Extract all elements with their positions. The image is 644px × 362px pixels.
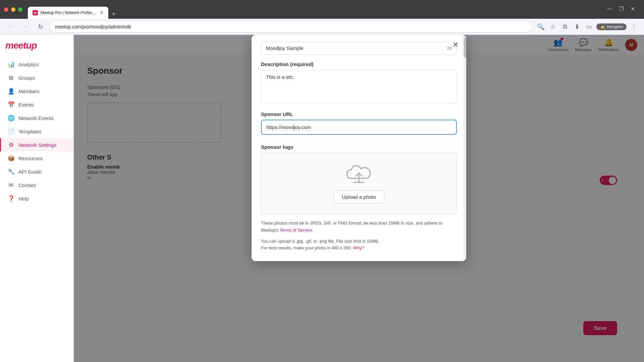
sponsor-name-field-row: 26 (261, 42, 457, 55)
window-restore-icon[interactable]: ❐ (616, 4, 626, 13)
incognito-badge: 🕵 Incognito (596, 23, 627, 30)
window-minimize-icon[interactable]: — (605, 4, 614, 13)
sponsor-url-label: Sponsor URL (261, 111, 457, 117)
sidebar-label-groups: Groups (18, 75, 35, 81)
events-icon: 📅 (8, 101, 14, 108)
file-info-text: You can upload a .jpg, .gif, or .png fil… (261, 238, 457, 252)
back-button[interactable]: ← (5, 21, 16, 32)
address-bar-icons: 🔍 ☆ ⧉ ⬇ ▭ 🕵 Incognito ⋮ (536, 22, 639, 32)
members-icon: 👤 (8, 88, 14, 95)
modal-overlay: ✕ 26 Description (required) This is a et… (74, 35, 644, 362)
network-events-icon: 🌐 (8, 115, 14, 121)
sidebar-item-api-guide[interactable]: 🔧 API Guide (0, 165, 73, 178)
description-textarea[interactable]: This is a etc. (261, 70, 457, 103)
sidebar-item-network-events[interactable]: 🌐 Network Events (0, 111, 73, 125)
sidebar-label-members: Members (18, 88, 40, 94)
modal-dialog: ✕ 26 Description (required) This is a et… (252, 35, 466, 261)
device-icon[interactable]: ▭ (584, 22, 594, 32)
sidebar-item-events[interactable]: 📅 Events (0, 98, 73, 111)
refresh-button[interactable]: ↻ (35, 21, 46, 32)
tab-favicon: m (33, 10, 38, 15)
upload-cloud-icon (345, 164, 372, 185)
sidebar-label-analytics: Analytics (18, 62, 39, 67)
sidebar-label-events: Events (18, 102, 34, 108)
extensions-icon[interactable]: ⧉ (560, 22, 570, 32)
upload-photo-button[interactable]: Upload a photo (333, 190, 384, 203)
active-tab[interactable]: m Meetup Pro | Network Profile S... ✕ (28, 7, 108, 19)
modal-scrollbar-thumb[interactable] (464, 38, 466, 58)
sidebar-item-templates[interactable]: 📄 Templates (0, 125, 73, 138)
download-icon[interactable]: ⬇ (572, 22, 582, 32)
sidebar-item-members[interactable]: 👤 Members (0, 84, 73, 98)
menu-icon[interactable]: ⋮ (629, 22, 639, 32)
sidebar: meetup 📊 Analytics ⊞ Groups 👤 Members 📅 … (0, 35, 74, 362)
tab-title: Meetup Pro | Network Profile S... (41, 10, 97, 15)
api-guide-icon: 🔧 (8, 168, 14, 175)
sidebar-item-contact[interactable]: ✉ Contact (0, 178, 73, 192)
main-content: 👥 Connections 💬 Messages 🔔 Notifications… (74, 35, 644, 362)
browser-controls: — ❐ ✕ (605, 4, 637, 13)
sidebar-label-templates: Templates (18, 129, 41, 134)
templates-icon: 📄 (8, 128, 14, 135)
window-close-icon[interactable]: ✕ (628, 4, 637, 13)
sidebar-label-network-settings: Network Settings (18, 142, 56, 148)
address-input[interactable] (50, 21, 532, 32)
new-tab-button[interactable]: + (109, 9, 118, 19)
sidebar-item-network-settings[interactable]: ⚙ Network Settings (0, 138, 73, 152)
window-maximize-btn[interactable] (18, 7, 22, 12)
why-link[interactable]: Why? (353, 245, 364, 250)
sidebar-item-groups[interactable]: ⊞ Groups (0, 71, 73, 84)
sponsor-name-input[interactable] (266, 45, 447, 51)
browser-tabs: m Meetup Pro | Network Profile S... ✕ + (28, 0, 118, 19)
sponsor-url-input[interactable] (261, 120, 457, 135)
tos-link[interactable]: Terms of Service (280, 228, 312, 233)
address-bar-row: ← → ↻ 🔍 ☆ ⧉ ⬇ ▭ 🕵 Incognito ⋮ (0, 19, 644, 35)
network-settings-icon: ⚙ (8, 141, 14, 148)
groups-icon: ⊞ (8, 74, 14, 81)
tab-close-btn[interactable]: ✕ (100, 10, 104, 15)
browser-chrome: m Meetup Pro | Network Profile S... ✕ + … (0, 0, 644, 19)
sidebar-item-resources[interactable]: 📦 Resources (0, 152, 73, 165)
window-minimize-btn[interactable] (11, 7, 15, 12)
sidebar-logo: meetup (0, 40, 73, 58)
sponsor-logo-upload-area: Upload a photo (261, 153, 457, 215)
description-label: Description (required) (261, 61, 457, 67)
sidebar-item-analytics[interactable]: 📊 Analytics (0, 58, 73, 71)
contact-icon: ✉ (8, 182, 14, 188)
modal-close-button[interactable]: ✕ (450, 40, 461, 50)
modal-scroll-area[interactable]: 26 Description (required) This is a etc.… (252, 35, 466, 261)
forward-button[interactable]: → (20, 21, 31, 32)
logo-text: meetup (5, 40, 37, 51)
sidebar-item-help[interactable]: ❓ Help (0, 192, 73, 205)
modal-scrollbar-track[interactable] (464, 35, 466, 261)
photo-requirements-text: These photos must be in JPEG, GIF, or PN… (261, 220, 457, 234)
search-icon[interactable]: 🔍 (536, 22, 545, 32)
resources-icon: 📦 (8, 155, 14, 162)
sidebar-label-help: Help (18, 196, 29, 201)
sidebar-label-contact: Contact (18, 182, 36, 188)
sidebar-label-network-events: Network Events (18, 115, 54, 121)
analytics-icon: 📊 (8, 61, 14, 68)
incognito-label: Incognito (607, 24, 623, 29)
bookmark-icon[interactable]: ☆ (548, 22, 557, 32)
sidebar-label-api-guide: API Guide (18, 169, 41, 175)
sponsor-logo-label: Sponsor logo (261, 144, 457, 150)
app-layout: meetup 📊 Analytics ⊞ Groups 👤 Members 📅 … (0, 35, 644, 362)
help-icon: ❓ (8, 195, 14, 202)
sidebar-label-resources: Resources (18, 156, 43, 161)
window-close-btn[interactable] (4, 7, 8, 12)
